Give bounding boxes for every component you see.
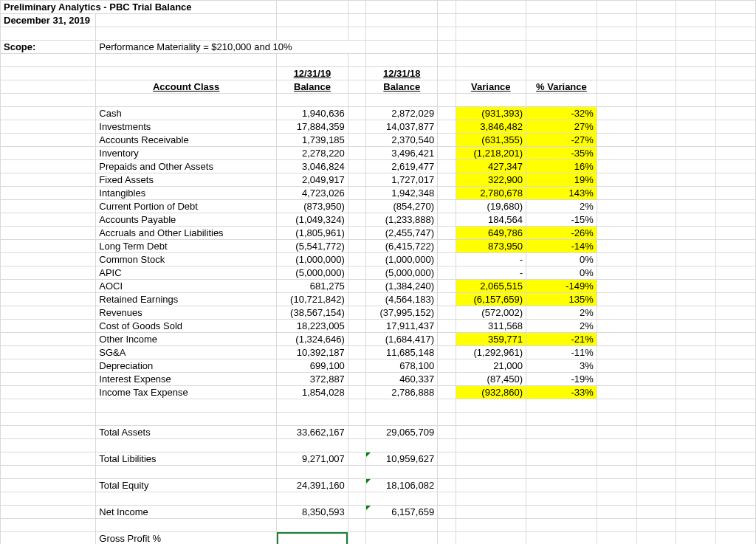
pct-variance-cell[interactable]: -33%: [526, 386, 597, 399]
balance-current[interactable]: (10,721,842): [277, 293, 348, 306]
account-label[interactable]: Interest Expense: [96, 373, 277, 386]
pct-variance-cell[interactable]: 2%: [526, 320, 597, 333]
pct-variance-cell[interactable]: 2%: [526, 200, 597, 213]
account-label[interactable]: Cost of Goods Sold: [96, 320, 277, 333]
pct-variance-cell[interactable]: -35%: [526, 147, 597, 160]
account-label[interactable]: Revenues: [96, 306, 277, 320]
variance-cell[interactable]: (19,680): [456, 200, 526, 213]
total-b2[interactable]: 18,106,082: [366, 479, 438, 492]
account-label[interactable]: Investments: [96, 120, 277, 134]
total-b1[interactable]: 24,391,160: [277, 479, 348, 492]
balance-current[interactable]: 681,275: [277, 280, 348, 293]
pct-variance-cell[interactable]: -21%: [526, 333, 597, 346]
pct-variance-cell[interactable]: -32%: [526, 107, 597, 120]
variance-cell[interactable]: (631,355): [456, 134, 526, 147]
pct-variance-cell[interactable]: -15%: [526, 213, 597, 227]
balance-current[interactable]: 699,100: [277, 359, 348, 373]
col-balance1[interactable]: Balance: [277, 80, 348, 94]
col-pct-variance[interactable]: % Variance: [526, 80, 597, 94]
balance-current[interactable]: (1,000,000): [277, 253, 348, 266]
account-label[interactable]: Current Portion of Debt: [96, 200, 277, 213]
pct-variance-cell[interactable]: -19%: [526, 373, 597, 386]
balance-current[interactable]: (873,950): [277, 200, 348, 213]
balance-current[interactable]: 10,392,187: [277, 346, 348, 359]
variance-cell[interactable]: 427,347: [456, 160, 526, 173]
balance-prior[interactable]: (854,270): [366, 200, 438, 213]
account-label[interactable]: Accounts Receivable: [96, 134, 277, 147]
balance-prior[interactable]: (37,995,152): [366, 306, 438, 320]
pct-variance-cell[interactable]: 143%: [526, 187, 597, 200]
balance-current[interactable]: 2,049,917: [277, 173, 348, 187]
variance-cell[interactable]: 873,950: [456, 240, 526, 253]
balance-prior[interactable]: 2,872,029: [366, 107, 438, 120]
balance-current[interactable]: 372,887: [277, 373, 348, 386]
balance-current[interactable]: (5,000,000): [277, 266, 348, 280]
pct-variance-cell[interactable]: 16%: [526, 160, 597, 173]
variance-cell[interactable]: (1,292,961): [456, 346, 526, 359]
balance-prior[interactable]: 1,727,017: [366, 173, 438, 187]
balance-current[interactable]: 2,278,220: [277, 147, 348, 160]
total-b2[interactable]: 29,065,709: [366, 426, 438, 439]
account-label[interactable]: Intangibles: [96, 187, 277, 200]
scope-label[interactable]: Scope:: [1, 41, 96, 54]
balance-prior[interactable]: 460,337: [366, 373, 438, 386]
pct-variance-cell[interactable]: -27%: [526, 134, 597, 147]
variance-cell[interactable]: 311,568: [456, 320, 526, 333]
balance-prior[interactable]: 14,037,877: [366, 120, 438, 134]
balance-current[interactable]: (1,324,646): [277, 333, 348, 346]
total-label[interactable]: Total Equity: [96, 479, 277, 492]
balance-current[interactable]: 1,940,636: [277, 107, 348, 120]
account-label[interactable]: APIC: [96, 266, 277, 280]
pct-variance-cell[interactable]: -26%: [526, 227, 597, 240]
col-balance2[interactable]: Balance: [366, 80, 438, 94]
account-label[interactable]: Cash: [96, 107, 277, 120]
balance-prior[interactable]: (2,455,747): [366, 227, 438, 240]
balance-current[interactable]: (1,805,961): [277, 227, 348, 240]
account-label[interactable]: AOCI: [96, 280, 277, 293]
pct-variance-cell[interactable]: 27%: [526, 120, 597, 134]
variance-cell[interactable]: -: [456, 253, 526, 266]
account-label[interactable]: Prepaids and Other Assets: [96, 160, 277, 173]
variance-cell[interactable]: (572,002): [456, 306, 526, 320]
total-b2[interactable]: [366, 532, 438, 545]
balance-prior[interactable]: (5,000,000): [366, 266, 438, 280]
total-label[interactable]: Net Income: [96, 506, 277, 519]
balance-prior[interactable]: (1,384,240): [366, 280, 438, 293]
pct-variance-cell[interactable]: 0%: [526, 266, 597, 280]
balance-current[interactable]: 3,046,824: [277, 160, 348, 173]
account-label[interactable]: SG&A: [96, 346, 277, 359]
account-label[interactable]: Retained Earnings: [96, 293, 277, 306]
report-date[interactable]: December 31, 2019: [1, 14, 96, 27]
balance-prior[interactable]: (1,684,417): [366, 333, 438, 346]
pct-variance-cell[interactable]: -149%: [526, 280, 597, 293]
balance-prior[interactable]: (6,415,722): [366, 240, 438, 253]
variance-cell[interactable]: -: [456, 266, 526, 280]
variance-cell[interactable]: 359,771: [456, 333, 526, 346]
balance-current[interactable]: (5,541,772): [277, 240, 348, 253]
balance-prior[interactable]: 3,496,421: [366, 147, 438, 160]
variance-cell[interactable]: (1,218,201): [456, 147, 526, 160]
balance-prior[interactable]: (1,000,000): [366, 253, 438, 266]
variance-cell[interactable]: (87,450): [456, 373, 526, 386]
variance-cell[interactable]: 2,065,515: [456, 280, 526, 293]
variance-cell[interactable]: 3,846,482: [456, 120, 526, 134]
balance-prior[interactable]: 17,911,437: [366, 320, 438, 333]
pct-variance-cell[interactable]: 0%: [526, 253, 597, 266]
pct-variance-cell[interactable]: 135%: [526, 293, 597, 306]
account-label[interactable]: Depreciation: [96, 359, 277, 373]
balance-prior[interactable]: 678,100: [366, 359, 438, 373]
balance-current[interactable]: 18,223,005: [277, 320, 348, 333]
variance-cell[interactable]: (6,157,659): [456, 293, 526, 306]
variance-cell[interactable]: (932,860): [456, 386, 526, 399]
page-title[interactable]: Preliminary Analytics - PBC Trial Balanc…: [1, 1, 277, 14]
pct-variance-cell[interactable]: 3%: [526, 359, 597, 373]
total-b2[interactable]: 10,959,627: [366, 452, 438, 466]
balance-current[interactable]: (38,567,154): [277, 306, 348, 320]
variance-cell[interactable]: 649,786: [456, 227, 526, 240]
total-label[interactable]: Gross Profit %: [96, 532, 277, 545]
col-date1[interactable]: 12/31/19: [277, 67, 348, 80]
balance-current[interactable]: 1,739,185: [277, 134, 348, 147]
total-b2[interactable]: 6,157,659: [366, 506, 438, 519]
total-label[interactable]: Total Assets: [96, 426, 277, 439]
balance-prior[interactable]: 2,370,540: [366, 134, 438, 147]
